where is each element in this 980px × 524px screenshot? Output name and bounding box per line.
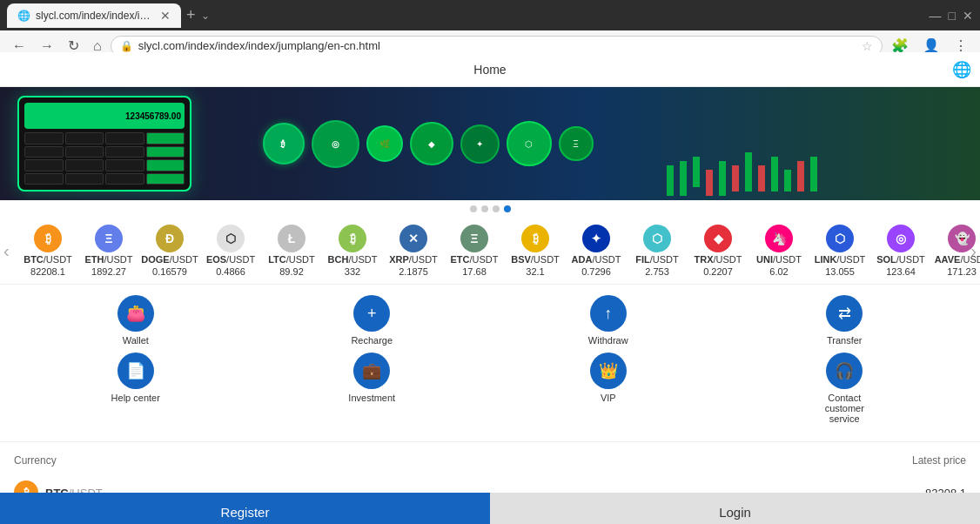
- action-transfer[interactable]: ⇄ Transfer: [809, 295, 879, 346]
- ticker-item-ada[interactable]: ✦ ADA/USDT 0.7296: [566, 225, 627, 277]
- banner-dots: [0, 200, 980, 218]
- link-pair: LINK/USDT: [815, 254, 866, 265]
- dot-4-active[interactable]: [504, 205, 511, 212]
- ticker-item-bsv[interactable]: ₿ BSV/USDT 32.1: [505, 225, 566, 277]
- investment-icon: 💼: [353, 353, 390, 389]
- xrp-pair: XRP/USDT: [389, 254, 438, 265]
- ticker-item-uni[interactable]: 🦄 UNI/USDT 6.02: [748, 225, 809, 277]
- svg-rect-11: [810, 157, 817, 191]
- page-content: Home 🌐 123456789.00: [0, 52, 980, 493]
- etc-coin-icon: Ξ: [460, 225, 488, 252]
- action-wallet[interactable]: 👛 Wallet: [101, 295, 171, 346]
- ada-price: 0.7296: [581, 266, 611, 277]
- action-help-center[interactable]: 📄 Help center: [101, 353, 171, 424]
- eos-pair: EOS/USDT: [206, 254, 255, 265]
- dot-2[interactable]: [481, 205, 488, 212]
- calc-key: [105, 159, 144, 171]
- actions-row-1: 👛 Wallet + Recharge ↑ Withdraw ⇄ Transfe…: [17, 295, 963, 346]
- ticker-item-trx[interactable]: ◆ TRX/USDT 0.2207: [688, 225, 748, 277]
- fil-pair: FIL/USDT: [635, 254, 679, 265]
- etc-price: 17.68: [462, 266, 487, 277]
- action-contact-customer-service[interactable]: 🎧 Contact customer service: [809, 353, 879, 424]
- link-coin-icon: ⬡: [826, 225, 854, 252]
- quick-actions: 👛 Wallet + Recharge ↑ Withdraw ⇄ Transfe…: [0, 285, 980, 442]
- action-vip[interactable]: 👑 VIP: [574, 353, 643, 424]
- help-center-label: Help center: [111, 393, 160, 403]
- currency-row-btc[interactable]: ₿ BTC/USDT 82208.1: [14, 474, 966, 493]
- calc-screen: 123456789.00: [24, 103, 185, 129]
- action-withdraw[interactable]: ↑ Withdraw: [574, 295, 643, 346]
- ticker-item-link[interactable]: ⬡ LINK/USDT 13.055: [809, 225, 870, 277]
- action-recharge[interactable]: + Recharge: [337, 295, 406, 346]
- bookmark-icon[interactable]: ☆: [862, 39, 873, 53]
- page-title: Home: [473, 63, 506, 77]
- browser-chrome: 🌐 slycl.com/index/index/index/ju... ✕ + …: [0, 0, 980, 52]
- recharge-icon: +: [353, 295, 390, 332]
- ticker-item-etc[interactable]: Ξ ETC/USDT 17.68: [444, 225, 505, 277]
- ticker-item-ltc[interactable]: Ł LTC/USDT 89.92: [261, 225, 322, 277]
- active-tab[interactable]: 🌐 slycl.com/index/index/index/ju... ✕: [7, 3, 181, 28]
- ltc-price: 89.92: [279, 266, 304, 277]
- btc-name: BTC/USDT: [45, 487, 103, 494]
- banner-bg: 123456789.00: [0, 87, 980, 200]
- withdraw-icon: ↑: [590, 295, 627, 332]
- ticker-item-bch[interactable]: ₿ BCH/USDT 332: [322, 225, 383, 277]
- tab-title: slycl.com/index/index/index/ju...: [36, 10, 155, 22]
- banner-coin: ✦: [460, 124, 500, 164]
- close-window-button[interactable]: ✕: [963, 9, 973, 23]
- dot-1[interactable]: [470, 205, 477, 212]
- ticker-right-arrow[interactable]: ›: [967, 241, 980, 261]
- recharge-label: Recharge: [351, 335, 393, 346]
- action-investment[interactable]: 💼 Investment: [337, 353, 406, 424]
- dot-3[interactable]: [493, 205, 500, 212]
- ticker-item-eth[interactable]: Ξ ETH/USDT 1892.27: [78, 225, 139, 277]
- contact-customer-service-label: Contact customer service: [809, 393, 879, 424]
- ticker-item-fil[interactable]: ⬡ FIL/USDT 2.753: [627, 225, 688, 277]
- restore-button[interactable]: □: [949, 9, 956, 23]
- banner-container: 123456789.00: [0, 87, 980, 200]
- ticker: ₿ BTC/USDT 82208.1 Ξ ETH/USDT 1892.27 Ð …: [0, 225, 980, 277]
- ada-coin-icon: ✦: [582, 225, 610, 252]
- svg-rect-0: [667, 165, 674, 196]
- bsv-coin-icon: ₿: [521, 225, 549, 252]
- minimize-button[interactable]: —: [930, 9, 942, 23]
- tab-dropdown-button[interactable]: ⌄: [201, 10, 210, 22]
- svg-rect-5: [732, 165, 739, 191]
- ticker-item-doge[interactable]: Ð DOGE/USDT 0.16579: [139, 225, 200, 277]
- doge-pair: DOGE/USDT: [141, 254, 198, 265]
- calc-key: [146, 132, 185, 144]
- eos-price: 0.4866: [216, 266, 245, 277]
- login-button[interactable]: Login: [490, 493, 980, 524]
- bsv-price: 32.1: [526, 266, 544, 277]
- bsv-pair: BSV/USDT: [511, 254, 560, 265]
- vip-label: VIP: [601, 393, 616, 403]
- calc-key: [65, 146, 104, 158]
- banner-coin: ◎: [312, 120, 359, 168]
- uni-pair: UNI/USDT: [756, 254, 802, 265]
- bottom-buttons: Register Login: [0, 493, 980, 524]
- latest-price-label: Latest price: [912, 454, 966, 467]
- ticker-item-sol[interactable]: ◎ SOL/USDT 123.64: [870, 225, 931, 277]
- new-tab-button[interactable]: +: [181, 6, 201, 24]
- doge-coin-icon: Ð: [156, 225, 184, 252]
- sol-coin-icon: ◎: [887, 225, 915, 252]
- ticker-container: ‹ ₿ BTC/USDT 82208.1 Ξ ETH/USDT 1892.27 …: [0, 218, 980, 285]
- trx-price: 0.2207: [703, 266, 733, 277]
- ticker-item-eos[interactable]: ⬡ EOS/USDT 0.4866: [200, 225, 261, 277]
- uni-coin-icon: 🦄: [765, 225, 793, 252]
- chart-overlay: [658, 148, 963, 200]
- calc-key: [65, 132, 104, 144]
- calc-key: [105, 173, 144, 185]
- wallet-icon: 👛: [117, 295, 154, 332]
- globe-icon[interactable]: 🌐: [952, 60, 971, 79]
- register-button[interactable]: Register: [0, 493, 490, 524]
- ticker-left-arrow[interactable]: ‹: [0, 241, 13, 261]
- svg-rect-9: [784, 170, 791, 191]
- ticker-item-xrp[interactable]: ✕ XRP/USDT 2.1875: [383, 225, 444, 277]
- bch-pair: BCH/USDT: [328, 254, 378, 265]
- tab-close-button[interactable]: ✕: [160, 9, 171, 23]
- ticker-item-btc[interactable]: ₿ BTC/USDT 82208.1: [17, 225, 78, 277]
- banner-coin: ⬡: [507, 121, 552, 166]
- btc-info: ₿ BTC/USDT: [14, 480, 103, 493]
- xrp-coin-icon: ✕: [399, 225, 427, 252]
